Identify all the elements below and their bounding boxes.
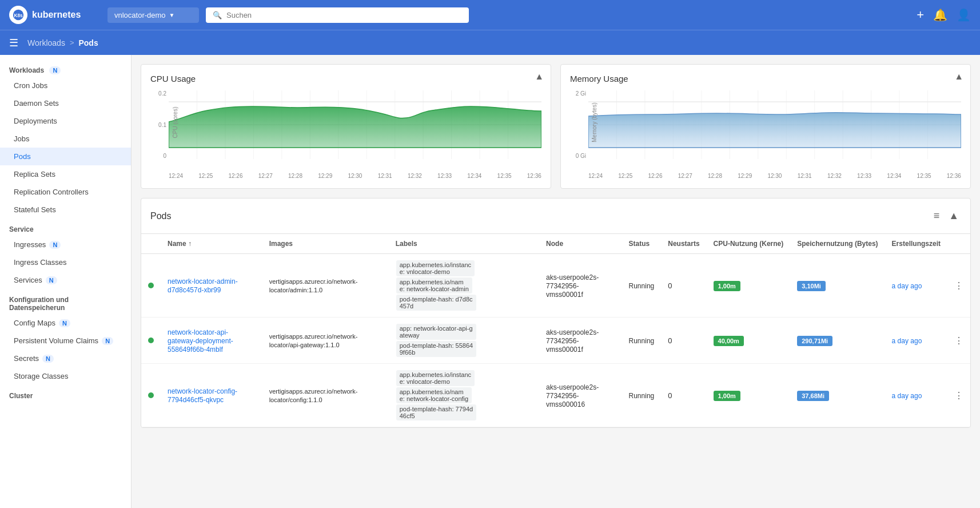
add-button[interactable]: + bbox=[917, 7, 924, 22]
service-section-label: Service bbox=[0, 219, 131, 236]
col-status-text: Status bbox=[622, 234, 662, 254]
pod-cpu-cell: 1,00m bbox=[707, 254, 791, 318]
pod-more-cell: ⋮ bbox=[947, 254, 970, 318]
sidebar-item-pods[interactable]: Pods bbox=[0, 148, 131, 165]
pod-label-chip: app.kubernetes.io/name: network-locator-… bbox=[396, 277, 472, 293]
services-badge: N bbox=[46, 276, 57, 284]
sidebar-item-cron-jobs[interactable]: Cron Jobs bbox=[0, 77, 131, 94]
pod-label-chip: pod-template-hash: 7794d46cf5 bbox=[396, 404, 476, 420]
pod-labels-cell: app.kubernetes.io/instance: vnlocator-de… bbox=[389, 364, 539, 427]
sidebar-item-replication-controllers[interactable]: Replication Controllers bbox=[0, 183, 131, 201]
pods-card-header: Pods ≡ ▲ bbox=[141, 199, 970, 234]
memory-chart-card: Memory Usage ▲ 2 Gi 0 Gi Memory (bytes) bbox=[560, 64, 971, 189]
pod-label-chip: app: network-locator-api-gateway bbox=[396, 324, 476, 340]
pods-card: Pods ≡ ▲ Name ↑ Images Labels Node Statu… bbox=[141, 198, 971, 428]
pod-more-button[interactable]: ⋮ bbox=[954, 336, 963, 346]
pod-label-chip: pod-template-hash: 558649f66b bbox=[396, 341, 476, 357]
cpu-chart-time-labels: 12:2412:2512:2612:2712:2812:2912:3012:31… bbox=[169, 173, 541, 179]
pod-node-cell: aks-userpoole2s-77342956-vmss000016 bbox=[539, 364, 622, 427]
cpu-chart-card: CPU Usage ▲ 0.2 0.1 0 CPU (cores) bbox=[141, 64, 551, 189]
pod-name-link[interactable]: network-locator-admin-d7d8c457d-xbr99 bbox=[168, 277, 238, 294]
cpu-chart-collapse[interactable]: ▲ bbox=[535, 72, 544, 82]
pod-image: vertigisapps.azurecr.io/network-locator/… bbox=[269, 388, 358, 403]
pod-name-cell: network-locator-config-7794d46cf5-qkvpc bbox=[161, 364, 262, 427]
user-icon[interactable]: 👤 bbox=[957, 8, 971, 22]
pod-image: vertigisapps.azurecr.io/network-locator/… bbox=[269, 333, 358, 348]
col-memory: Speichernutzung (Bytes) bbox=[790, 234, 885, 254]
col-restarts: Neustarts bbox=[661, 234, 706, 254]
pod-created-link[interactable]: a day ago bbox=[892, 282, 922, 290]
charts-row: CPU Usage ▲ 0.2 0.1 0 CPU (cores) bbox=[141, 64, 971, 189]
pod-name-link[interactable]: network-locator-config-7794d46cf5-qkvpc bbox=[168, 387, 237, 404]
sidebar-item-config-maps[interactable]: Config Maps N bbox=[0, 314, 131, 332]
pod-status-cell: Running bbox=[622, 318, 662, 364]
pod-created-link[interactable]: a day ago bbox=[892, 392, 922, 400]
memory-chart-collapse[interactable]: ▲ bbox=[954, 72, 963, 82]
sidebar-item-ingresses[interactable]: Ingresses N bbox=[0, 236, 131, 253]
pod-labels-cell: app: network-locator-api-gateway pod-tem… bbox=[389, 318, 539, 364]
sidebar-item-replica-sets[interactable]: Replica Sets bbox=[0, 165, 131, 183]
pod-more-button[interactable]: ⋮ bbox=[954, 391, 963, 400]
sidebar-item-deployments[interactable]: Deployments bbox=[0, 112, 131, 130]
breadcrumb-workloads[interactable]: Workloads bbox=[27, 38, 65, 47]
pod-labels-cell: app.kubernetes.io/instance: vnlocator-de… bbox=[389, 254, 539, 318]
col-labels: Labels bbox=[389, 234, 539, 254]
main-layout: Workloads N Cron Jobs Daemon Sets Deploy… bbox=[0, 55, 980, 508]
pod-cpu-cell: 1,00m bbox=[707, 364, 791, 427]
pod-created-cell: a day ago bbox=[885, 364, 947, 427]
sidebar-item-secrets[interactable]: Secrets N bbox=[0, 350, 131, 367]
pod-label-chip: app.kubernetes.io/instance: vnlocator-de… bbox=[396, 370, 475, 386]
sidebar-item-ingress-classes[interactable]: Ingress Classes bbox=[0, 253, 131, 271]
cpu-chart-svg bbox=[169, 90, 541, 159]
pod-label-chip: app.kubernetes.io/instance: vnlocator-de… bbox=[396, 260, 475, 276]
pods-table: Name ↑ Images Labels Node Status Neustar… bbox=[141, 234, 970, 427]
breadcrumb-separator: > bbox=[70, 38, 74, 47]
cluster-section-label: Cluster bbox=[0, 385, 131, 402]
ingresses-badge: N bbox=[49, 241, 61, 249]
memory-chart-svg bbox=[588, 90, 961, 159]
sidebar-item-storage-classes[interactable]: Storage Classes bbox=[0, 367, 131, 385]
pod-memory-cell: 290,71Mi bbox=[790, 318, 885, 364]
pod-more-button[interactable]: ⋮ bbox=[954, 281, 963, 291]
notifications-icon[interactable]: 🔔 bbox=[933, 8, 947, 22]
memory-chart-time-labels: 12:2412:2512:2612:2712:2812:2912:3012:31… bbox=[588, 173, 961, 179]
pod-restarts-cell: 0 bbox=[661, 254, 706, 318]
pod-name-cell: network-locator-api-gateway-deployment-5… bbox=[161, 318, 262, 364]
pod-memory-cell: 37,68Mi bbox=[790, 364, 885, 427]
sidebar-item-services[interactable]: Services N bbox=[0, 271, 131, 289]
breadcrumb-pods: Pods bbox=[78, 38, 98, 47]
pod-created-cell: a day ago bbox=[885, 318, 947, 364]
pod-status-cell: Running bbox=[622, 364, 662, 427]
search-bar: 🔍 bbox=[206, 7, 469, 23]
col-name[interactable]: Name ↑ bbox=[161, 234, 262, 254]
pod-more-cell: ⋮ bbox=[947, 318, 970, 364]
pods-collapse-icon[interactable]: ▲ bbox=[946, 208, 961, 224]
pod-cpu-cell: 40,00m bbox=[707, 318, 791, 364]
pod-restarts-cell: 0 bbox=[661, 318, 706, 364]
pod-name-link[interactable]: network-locator-api-gateway-deployment-5… bbox=[168, 328, 233, 354]
sidebar-item-stateful-sets[interactable]: Stateful Sets bbox=[0, 201, 131, 219]
pod-more-cell: ⋮ bbox=[947, 364, 970, 427]
pod-memory-cell: 3,10Mi bbox=[790, 254, 885, 318]
search-icon: 🔍 bbox=[213, 11, 222, 19]
sidebar-item-daemon-sets[interactable]: Daemon Sets bbox=[0, 94, 131, 112]
col-node: Node bbox=[539, 234, 622, 254]
pod-image-cell: vertigisapps.azurecr.io/network-locator/… bbox=[262, 364, 389, 427]
sidebar-item-jobs[interactable]: Jobs bbox=[0, 130, 131, 148]
cluster-selector[interactable]: vnlocator-demo ▼ bbox=[107, 7, 199, 23]
table-row: network-locator-api-gateway-deployment-5… bbox=[141, 318, 970, 364]
pod-image-cell: vertigisapps.azurecr.io/network-locator/… bbox=[262, 318, 389, 364]
filter-icon[interactable]: ≡ bbox=[931, 208, 942, 224]
sidebar: Workloads N Cron Jobs Daemon Sets Deploy… bbox=[0, 55, 132, 508]
table-row: network-locator-admin-d7d8c457d-xbr99 ve… bbox=[141, 254, 970, 318]
svg-text:K8s: K8s bbox=[14, 13, 23, 18]
top-nav: K8s kubernetes vnlocator-demo ▼ 🔍 + 🔔 👤 bbox=[0, 0, 980, 30]
sidebar-item-pvc[interactable]: Persistent Volume Claims N bbox=[0, 332, 131, 350]
col-images: Images bbox=[262, 234, 389, 254]
search-input[interactable] bbox=[226, 11, 462, 19]
menu-icon[interactable]: ☰ bbox=[9, 37, 18, 49]
pod-status-indicator bbox=[141, 254, 161, 318]
pod-status-indicator bbox=[141, 318, 161, 364]
pvc-badge: N bbox=[102, 337, 113, 345]
pod-created-link[interactable]: a day ago bbox=[892, 337, 922, 345]
